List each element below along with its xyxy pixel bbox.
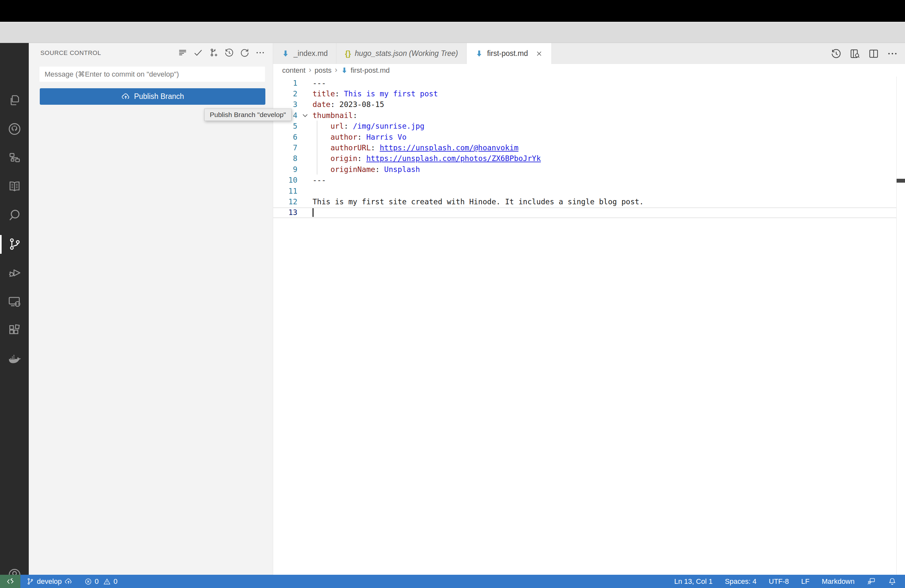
- macos-fullscreen-strip: [0, 0, 905, 22]
- chevron-down-icon: [301, 111, 309, 119]
- activity-item-run-debug[interactable]: [7, 265, 22, 280]
- run-debug-icon: [8, 266, 22, 280]
- activity-item-github[interactable]: [7, 122, 22, 137]
- overview-ruler-border: [896, 76, 897, 575]
- docker-icon: [7, 352, 22, 367]
- github-icon: [8, 122, 22, 136]
- encoding-item[interactable]: UTF-8: [769, 577, 789, 586]
- cursor-position-item[interactable]: Ln 13, Col 1: [674, 577, 713, 586]
- tab-first-post-md[interactable]: first-post.md: [467, 43, 552, 64]
- code-area[interactable]: 1---2title: This is my first post3date: …: [273, 76, 905, 575]
- code-line[interactable]: 8 origin: https://unsplash.com/photos/ZX…: [273, 153, 905, 164]
- commit-message-input[interactable]: [39, 66, 265, 82]
- publish-branch-button[interactable]: Publish Branch: [40, 88, 265, 105]
- activity-item-extensions[interactable]: [7, 323, 22, 338]
- timeline-history-button[interactable]: [830, 48, 842, 60]
- remote-window-icon: [6, 577, 14, 586]
- code-text: originName: Unsplash: [313, 165, 420, 173]
- source-control-icon: [8, 237, 22, 251]
- code-text: url: /img/sunrise.jpg: [313, 122, 424, 130]
- notifications-button[interactable]: [888, 577, 897, 586]
- line-number: 3: [273, 100, 297, 109]
- more-actions-button[interactable]: [254, 47, 266, 58]
- line-number: 7: [273, 143, 297, 152]
- line-number: 6: [273, 133, 297, 141]
- fold-chevron[interactable]: [297, 111, 313, 119]
- explorer-icon: [8, 94, 21, 107]
- tab-label: _index.md: [294, 49, 328, 58]
- activity-item-docker[interactable]: [7, 352, 22, 367]
- problems-status-item[interactable]: 0 0: [84, 577, 117, 586]
- branch-name: develop: [37, 577, 62, 586]
- feedback-button[interactable]: [867, 577, 876, 586]
- refresh-button[interactable]: [239, 47, 250, 58]
- publish-branch-tooltip: Publish Branch "develop": [204, 109, 292, 121]
- errors-icon: [84, 578, 92, 585]
- code-line[interactable]: 9 originName: Unsplash: [273, 164, 905, 175]
- code-line[interactable]: 4thumbnail:: [273, 110, 905, 121]
- breadcrumb-item-file[interactable]: first-post.md: [341, 66, 390, 75]
- line-number: 2: [273, 89, 297, 98]
- line-number: 9: [273, 165, 297, 173]
- text-cursor: [313, 208, 313, 217]
- markdown-file-icon: [281, 49, 290, 57]
- code-line[interactable]: 6 author: Harris Vo: [273, 132, 905, 142]
- code-line[interactable]: 10---: [273, 175, 905, 186]
- line-number: 5: [273, 122, 297, 130]
- language-mode-item[interactable]: Markdown: [822, 577, 854, 586]
- activity-item-search[interactable]: [7, 208, 22, 223]
- code-line[interactable]: 7 authorURL: https://unsplash.com/@hoanv…: [273, 142, 905, 153]
- breadcrumb: content › posts › first-post.md: [273, 64, 905, 76]
- activity-item-explorer[interactable]: [7, 93, 22, 108]
- open-preview-button[interactable]: [849, 48, 861, 60]
- activity-item-source-control[interactable]: [7, 237, 22, 251]
- open-book-icon: [8, 180, 21, 193]
- check-icon: [193, 48, 203, 58]
- tab-close-button[interactable]: [535, 50, 543, 57]
- code-line[interactable]: 1---: [273, 78, 905, 88]
- line-number: 10: [273, 176, 297, 184]
- tab-index-md[interactable]: _index.md: [273, 43, 337, 64]
- search-icon: [8, 208, 22, 222]
- code-line[interactable]: 2title: This is my first post: [273, 88, 905, 99]
- tab-bar: _index.md {} hugo_stats.json (Working Tr…: [273, 43, 905, 64]
- breadcrumb-item-posts[interactable]: posts: [314, 66, 332, 75]
- indentation-item[interactable]: Spaces: 4: [725, 577, 757, 586]
- overview-ruler-cursor-marker: [897, 179, 905, 183]
- close-icon: [535, 50, 543, 57]
- view-history-button[interactable]: [223, 47, 235, 58]
- activity-item-docs[interactable]: [7, 179, 22, 194]
- line-number: 8: [273, 154, 297, 163]
- editor-group: _index.md {} hugo_stats.json (Working Tr…: [273, 43, 905, 575]
- tab-label: first-post.md: [487, 49, 528, 58]
- tab-hugo-stats-json[interactable]: {} hugo_stats.json (Working Tree): [337, 43, 467, 64]
- markdown-file-icon: [475, 49, 483, 57]
- more-actions-button[interactable]: [886, 48, 899, 60]
- code-line[interactable]: 5 url: /img/sunrise.jpg: [273, 121, 905, 132]
- activity-item-remote-explorer[interactable]: [7, 294, 22, 309]
- split-editor-button[interactable]: [867, 48, 880, 60]
- breadcrumb-item-content[interactable]: content: [282, 66, 305, 75]
- create-branch-button[interactable]: [208, 47, 219, 58]
- publish-branch-label: Publish Branch: [134, 92, 184, 101]
- ellipsis-icon: [887, 48, 898, 59]
- remote-indicator[interactable]: [0, 575, 21, 588]
- activity-bar: [0, 43, 29, 575]
- branch-status-item[interactable]: develop: [26, 577, 73, 586]
- code-text: title: This is my first post: [313, 89, 438, 98]
- hierarchy-icon: [8, 151, 21, 165]
- code-line[interactable]: 11: [273, 186, 905, 196]
- code-line[interactable]: 13: [273, 207, 905, 218]
- json-file-icon: {}: [345, 49, 351, 58]
- cloud-upload-icon: [64, 577, 73, 586]
- eol-item[interactable]: LF: [801, 577, 810, 586]
- activity-item-hierarchy[interactable]: [7, 150, 22, 165]
- tooltip-text: Publish Branch "develop": [210, 111, 286, 119]
- code-line[interactable]: 12This is my first site created with Hin…: [273, 196, 905, 207]
- editor-actions: [830, 43, 905, 64]
- active-view-indicator: [0, 235, 2, 254]
- view-as-list-button[interactable]: [177, 47, 188, 58]
- commit-button[interactable]: [192, 47, 204, 58]
- code-line[interactable]: 3date: 2023-08-15: [273, 99, 905, 110]
- view-as-list-icon: [178, 48, 188, 58]
